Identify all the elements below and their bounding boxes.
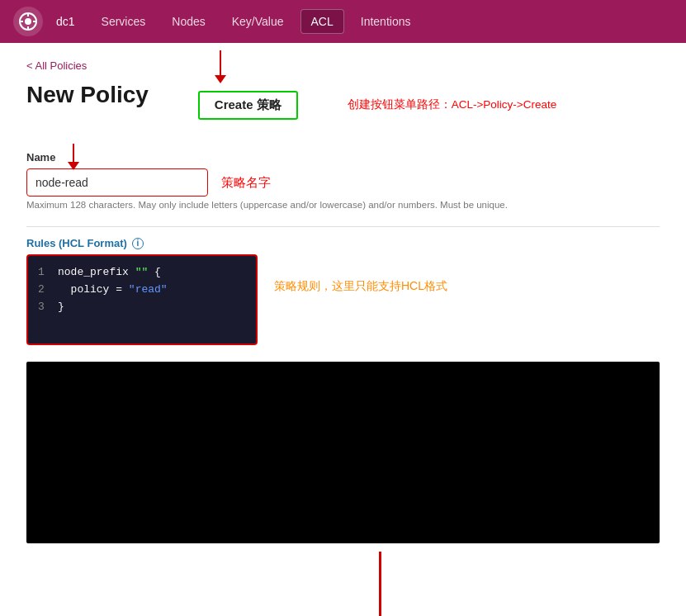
rules-annotation: 策略规则，这里只能支持HCL格式 bbox=[274, 279, 447, 294]
nav-keyvalue[interactable]: Key/Value bbox=[222, 10, 294, 33]
code-content-2: policy = "read" bbox=[58, 282, 168, 299]
page-content: All Policies New Policy Create 策略 创建按钮菜单… bbox=[0, 43, 686, 616]
line-num-1: 1 bbox=[38, 264, 50, 282]
svg-point-1 bbox=[25, 18, 31, 25]
code-content-1: node_prefix "" { bbox=[58, 264, 161, 282]
breadcrumb[interactable]: All Policies bbox=[26, 59, 660, 72]
name-label: Name bbox=[26, 151, 660, 163]
line-num-2: 2 bbox=[38, 282, 50, 299]
rules-container: 1 node_prefix "" { 2 policy = "read" 3 }… bbox=[26, 254, 660, 345]
page-title: New Policy bbox=[26, 82, 149, 108]
consul-logo[interactable] bbox=[13, 7, 43, 36]
rules-info-icon[interactable]: i bbox=[132, 238, 144, 249]
create-arrow bbox=[215, 50, 226, 83]
rules-editor-full[interactable] bbox=[26, 362, 660, 543]
create-button[interactable]: Create 策略 bbox=[198, 91, 298, 120]
nav-nodes[interactable]: Nodes bbox=[162, 10, 215, 33]
code-line-3: 3 } bbox=[38, 299, 246, 316]
title-row: New Policy Create 策略 创建按钮菜单路径：ACL->Polic… bbox=[26, 82, 660, 128]
rules-label: Rules (HCL Format) i bbox=[26, 237, 660, 249]
datacenter-label: dc1 bbox=[56, 15, 75, 28]
name-row: 策略名字 bbox=[26, 168, 660, 197]
section-down-arrow bbox=[101, 552, 660, 616]
name-input[interactable] bbox=[26, 168, 208, 197]
name-field-arrow bbox=[68, 144, 79, 170]
name-hint: Maximum 128 characters. May only include… bbox=[26, 200, 660, 210]
rules-label-text: Rules (HCL Format) bbox=[26, 237, 127, 249]
nav-intentions[interactable]: Intentions bbox=[351, 10, 421, 33]
nav-services[interactable]: Services bbox=[92, 10, 156, 33]
rules-section: Rules (HCL Format) i 1 node_prefix "" { … bbox=[26, 237, 660, 345]
code-content-3: } bbox=[58, 299, 64, 316]
code-line-2: 2 policy = "read" bbox=[38, 282, 246, 299]
divider-1 bbox=[26, 226, 660, 227]
code-line-1: 1 node_prefix "" { bbox=[38, 264, 246, 282]
line-num-3: 3 bbox=[38, 299, 50, 316]
rules-editor[interactable]: 1 node_prefix "" { 2 policy = "read" 3 } bbox=[26, 254, 258, 345]
create-path-annotation: 创建按钮菜单路径：ACL->Policy->Create bbox=[348, 97, 557, 112]
name-annotation: 策略名字 bbox=[221, 175, 271, 191]
nav-acl[interactable]: ACL bbox=[300, 9, 344, 34]
navbar: dc1 Services Nodes Key/Value ACL Intenti… bbox=[0, 0, 686, 43]
name-section: Name 策略名字 Maximum 128 characters. May on… bbox=[26, 151, 660, 210]
